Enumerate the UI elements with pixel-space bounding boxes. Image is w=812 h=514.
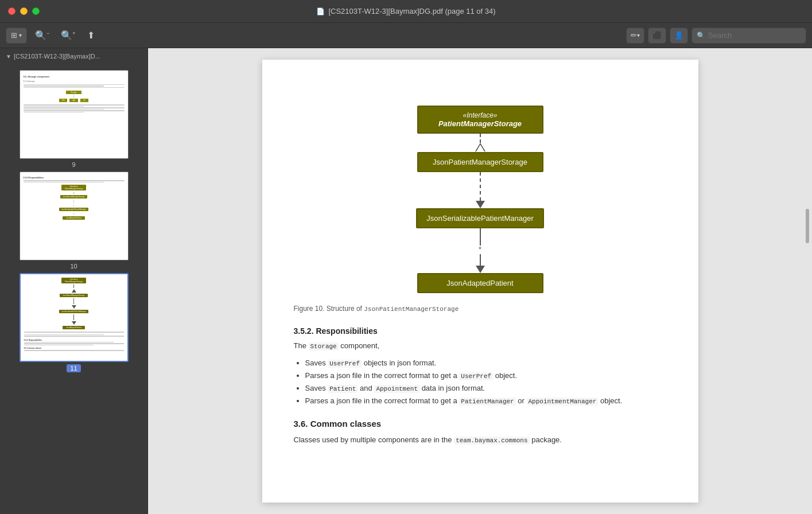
minimize-button[interactable] [20, 7, 28, 15]
section-36-heading: 3.6. Common classes [294, 419, 667, 429]
annotator-button[interactable]: 👤 [670, 28, 688, 44]
uml-box-json-adapted: JsonAdaptedPatient [417, 273, 543, 293]
thumbnail-page-11[interactable]: «Interface»PatientManagerStorage JsonPat… [5, 273, 143, 372]
caption-code: JsonPatientManagerStorage [364, 306, 459, 313]
uml-diagram: «Interface» PatientManagerStorage JsonPa… [294, 106, 667, 293]
sidebar: ▼ [CS2103T-W12-3][Baymax]D... 3.5. Stora… [0, 48, 148, 514]
thumbnail-page-11-label: 11 [67, 364, 80, 372]
uml-box-json-serializable: JsonSerializablePatientManager [416, 208, 543, 228]
main-layout: ▼ [CS2103T-W12-3][Baymax]D... 3.5. Stora… [0, 48, 812, 514]
stereotype-label: «Interface» [428, 111, 533, 119]
section-352-heading: 3.5.2. Responsibilities [294, 326, 667, 336]
uml-box-interface: «Interface» PatientManagerStorage [417, 106, 543, 134]
bullet-4: Parses a json file in the correct format… [305, 395, 667, 407]
document-icon: 📄 [316, 7, 325, 15]
thumbnail-page-10-image: 3.5.2 Responsibilities «Interface»Patien… [20, 172, 129, 260]
thumbnail-page-11-image: «Interface»PatientManagerStorage JsonPat… [20, 273, 129, 362]
content-area: «Interface» PatientManagerStorage JsonPa… [148, 48, 812, 514]
thumbnail-page-10-label: 10 [70, 263, 77, 270]
pen-icon: ✏ [631, 31, 637, 40]
storage-code: Storage [309, 342, 339, 351]
share-button[interactable]: ⬆ [84, 28, 98, 44]
search-box[interactable]: 🔍 [691, 28, 806, 44]
thumbnail-page-10[interactable]: 3.5.2 Responsibilities «Interface»Patien… [5, 172, 143, 270]
section-36-intro: Classes used by multiple components are … [294, 434, 667, 446]
share-icon: ⬆ [87, 30, 95, 41]
chevron-down-icon: ▾ [19, 32, 22, 38]
bullet-3: Saves Patient and Appointment data in js… [305, 382, 667, 395]
uml-box-json-storage: JsonPatientManagerStorage [417, 152, 543, 172]
sidebar-toggle-button[interactable]: ⊞ ▾ [6, 28, 27, 44]
pen-chevron-icon: ▾ [637, 32, 640, 38]
export-button[interactable]: ⬛ [648, 28, 666, 44]
close-button[interactable] [8, 7, 15, 15]
interface-name: PatientManagerStorage [438, 119, 522, 128]
zoom-out-button[interactable]: 🔍− [32, 28, 53, 44]
thumbnail-page-9-label: 9 [72, 161, 75, 168]
section-352-bullets: Saves UserPref objects in json format. P… [305, 357, 667, 407]
json-adapted-name: JsonAdaptedPatient [446, 279, 513, 287]
bullet-1: Saves UserPref objects in json format. [305, 357, 667, 369]
sidebar-icon: ⊞ [11, 31, 17, 40]
thumbnail-page-9-image: 3.5. Storage component 3.5.1 Overview St… [20, 70, 129, 159]
json-storage-name: JsonPatientManagerStorage [433, 158, 527, 166]
zoom-in-icon: 🔍+ [61, 30, 75, 41]
section-352-intro: The Storage component, [294, 340, 667, 352]
sidebar-header: ▼ [CS2103T-W12-3][Baymax]D... [0, 48, 147, 64]
search-input[interactable] [708, 31, 801, 40]
dependency-arrow [476, 172, 485, 208]
zoom-in-button[interactable]: 🔍+ [57, 28, 79, 44]
annotator-icon: 👤 [674, 31, 683, 40]
composition-arrow: * [476, 228, 485, 273]
window-title: 📄 [CS2103T-W12-3][Baymax]DG.pdf (page 11… [316, 7, 495, 15]
traffic-lights [8, 7, 40, 15]
chevron-icon: ▼ [6, 53, 11, 60]
maximize-button[interactable] [32, 7, 40, 15]
search-icon: 🔍 [697, 32, 705, 40]
export-icon: ⬛ [652, 31, 662, 40]
realization-arrow [475, 134, 486, 152]
pen-tool-button[interactable]: ✏ ▾ [626, 28, 644, 44]
thumbnail-page-9[interactable]: 3.5. Storage component 3.5.1 Overview St… [5, 70, 143, 168]
scrollbar-thumb[interactable] [806, 209, 809, 243]
bullet-2: Parses a json file in the correct format… [305, 369, 667, 382]
toolbar-right: ✏ ▾ ⬛ 👤 🔍 [626, 28, 806, 44]
figure-caption: Figure 10. Structure of JsonPatientManag… [294, 305, 667, 313]
scrollbar-track[interactable] [805, 48, 810, 514]
json-serializable-name: JsonSerializablePatientManager [426, 214, 533, 223]
thumbnail-list: 3.5. Storage component 3.5.1 Overview St… [0, 64, 147, 378]
zoom-out-icon: 🔍− [35, 30, 49, 41]
titlebar: 📄 [CS2103T-W12-3][Baymax]DG.pdf (page 11… [0, 0, 812, 23]
pdf-page: «Interface» PatientManagerStorage JsonPa… [262, 60, 698, 503]
toolbar: ⊞ ▾ 🔍− 🔍+ ⬆ ✏ ▾ ⬛ 👤 🔍 [0, 23, 812, 48]
package-code: team.baymax.commons [454, 437, 529, 445]
